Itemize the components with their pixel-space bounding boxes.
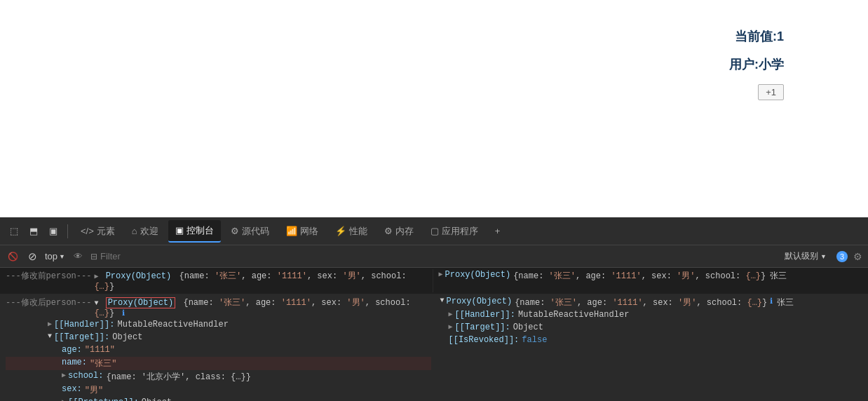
target-key-right: [[Target]]: xyxy=(455,322,510,334)
arrow-target-right[interactable]: ▶ xyxy=(449,322,453,334)
col-left-after: ---修改后person--- ▼ Proxy(Object) {name: '… xyxy=(0,294,435,401)
devtools-toolbar: ⬚ ⬒ ▣ </> 元素 ⌂ 欢迎 ▣ 控制台 ⚙ 源代码 📶 网络 ⚡ 性能 … xyxy=(0,217,868,245)
target-val-right: Object xyxy=(513,322,543,334)
proto-val-left: Object xyxy=(142,397,172,401)
console-after-two-col: ---修改后person--- ▼ Proxy(Object) {name: '… xyxy=(0,294,868,401)
tab-console[interactable]: ▣ 控制台 xyxy=(168,220,221,243)
isrevoked-val-right: false xyxy=(522,335,547,346)
after-person-header-right: ▼ Proxy(Object) {name: '张三', age: '1111'… xyxy=(440,296,866,309)
expanded-age-left: age: "1111" xyxy=(6,344,431,357)
obj-content-right2: {name: '张三', age: '1111', sex: '男', scho… xyxy=(515,297,767,308)
expanded-school-left: ▶ school: {name: '北京小学', class: {…}} xyxy=(6,370,431,383)
dropdown-arrow-icon: ▼ xyxy=(59,253,65,260)
proxy-box-left2: Proxy(Object) xyxy=(106,297,176,308)
sex-key-left: sex: xyxy=(62,384,82,396)
after-person-prefix: ---修改后person--- xyxy=(6,297,91,308)
console-icon: ▣ xyxy=(175,225,184,236)
name-key-left: name: xyxy=(62,358,87,369)
arrow-handler-left[interactable]: ▶ xyxy=(48,320,52,331)
handler-key-right: [[Handler]]: xyxy=(455,310,515,321)
tab-application[interactable]: ▢ 应用程序 xyxy=(423,220,485,243)
tab-sources[interactable]: ⚙ 源代码 xyxy=(224,220,276,243)
toolbar-separator xyxy=(67,224,68,238)
expanded-name-left: name: "张三" xyxy=(6,357,431,370)
after-person-header: ---修改后person--- ▼ Proxy(Object) {name: '… xyxy=(6,296,431,319)
plus-one-button[interactable]: +1 xyxy=(758,84,784,100)
console-settings-button[interactable]: ⚙ xyxy=(853,251,862,262)
info-icon-right2[interactable]: ℹ xyxy=(770,297,773,306)
expanded-isrevoked-right: [[IsRevoked]]: false xyxy=(440,334,866,347)
main-content: 当前值:1 用户:小学 +1 xyxy=(0,0,868,217)
before-person-right-row: ▶ Proxy(Object) {name: '张三', age: '1111'… xyxy=(439,269,863,283)
console-line-two-col: ---修改前person--- ▶ Proxy(Object) {name: '… xyxy=(6,269,862,292)
tab-welcome[interactable]: ⌂ 欢迎 xyxy=(125,220,165,243)
expand-arrow-right2[interactable]: ▼ xyxy=(440,297,445,304)
performance-icon: ⚡ xyxy=(335,226,346,236)
info-icon-left2[interactable]: ℹ xyxy=(122,309,125,318)
handler-val-right: MutableReactiveHandler xyxy=(518,310,629,321)
age-key-left: age: xyxy=(62,345,82,356)
person-name-right2: 张三 xyxy=(777,297,794,308)
expanded-handler-right: ▶ [[Handler]]: MutableReactiveHandler xyxy=(440,309,866,322)
eye-icon[interactable]: 👁 xyxy=(71,250,85,264)
level-dropdown-icon: ▼ xyxy=(820,253,827,260)
proxy-tag-left1: Proxy(Object) xyxy=(106,271,172,281)
device-icon[interactable]: ⬒ xyxy=(25,223,42,240)
sidebar-icon[interactable]: ▣ xyxy=(45,223,62,240)
school-val-left: {name: '北京小学', class: {…}} xyxy=(106,371,250,383)
tab-more[interactable]: + xyxy=(488,220,508,243)
before-person-prefix: ---修改前person--- xyxy=(6,270,91,282)
tab-memory[interactable]: ⚙ 内存 xyxy=(377,220,421,243)
arrow-handler-right[interactable]: ▶ xyxy=(449,310,453,321)
sex-val-left: "男" xyxy=(85,384,103,396)
tab-performance[interactable]: ⚡ 性能 xyxy=(328,220,374,243)
filter-funnel-icon: ⊟ xyxy=(90,252,97,261)
welcome-icon: ⌂ xyxy=(132,226,137,236)
arrow-target-left[interactable]: ▼ xyxy=(48,332,52,344)
arrow-school-left[interactable]: ▶ xyxy=(62,371,66,383)
memory-icon: ⚙ xyxy=(384,226,393,236)
col-right-before: ▶ Proxy(Object) {name: '张三', age: '1111'… xyxy=(433,269,863,292)
isrevoked-key-right: [[IsRevoked]]: xyxy=(449,335,520,346)
tab-elements[interactable]: </> 元素 xyxy=(74,220,122,243)
filter-bar: 🚫 ⊘ top ▼ 👁 ⊟ 默认级别 ▼ 3 ⚙ xyxy=(0,245,868,268)
person-name-right1: 张三 xyxy=(770,270,787,282)
expand-arrow-left2[interactable]: ▼ xyxy=(94,299,98,307)
school-key-left: school: xyxy=(68,371,103,383)
application-icon: ▢ xyxy=(430,226,439,236)
proto-key-left: [[Prototype]]: xyxy=(68,397,139,401)
sources-icon: ⚙ xyxy=(231,226,239,236)
col-left-before: ---修改前person--- ▶ Proxy(Object) {name: '… xyxy=(6,269,433,292)
expanded-proto-left: ▶ [[Prototype]]: Object xyxy=(6,397,431,401)
col-right-after: ▼ Proxy(Object) {name: '张三', age: '1111'… xyxy=(435,294,869,401)
expanded-target-left: ▼ [[Target]]: Object xyxy=(6,332,431,344)
elements-icon: </> xyxy=(81,226,94,236)
current-value-text: 当前值:1 xyxy=(735,28,784,45)
expanded-handler-left: ▶ [[Handler]]: MutableReactiveHandler xyxy=(6,319,431,332)
clear-console-button[interactable]: 🚫 xyxy=(6,250,20,264)
console-line-before-person: ---修改前person--- ▶ Proxy(Object) {name: '… xyxy=(0,268,868,294)
proxy-tag-right1: Proxy(Object) xyxy=(445,270,511,280)
filter-input-wrap: ⊟ xyxy=(90,251,775,261)
handler-val-left: MutableReactiveHandler xyxy=(117,320,228,331)
console-output: ---修改前person--- ▶ Proxy(Object) {name: '… xyxy=(0,268,868,401)
arrow-proto-left[interactable]: ▶ xyxy=(62,397,66,401)
tab-network[interactable]: 📶 网络 xyxy=(279,220,325,243)
network-icon: 📶 xyxy=(286,226,297,236)
log-level-selector[interactable]: 默认级别 ▼ xyxy=(780,249,831,264)
target-key-left: [[Target]]: xyxy=(54,332,109,344)
inspect-icon[interactable]: ⬚ xyxy=(6,223,22,240)
before-person-row: ---修改前person--- ▶ Proxy(Object) {name: '… xyxy=(6,269,430,292)
handler-key-left: [[Handler]]: xyxy=(54,320,114,331)
no-icon[interactable]: ⊘ xyxy=(25,250,39,264)
top-context-selector[interactable]: top ▼ xyxy=(45,251,65,261)
expand-arrow-left1[interactable]: ▶ xyxy=(94,273,98,280)
expanded-target-right: ▶ [[Target]]: Object xyxy=(440,322,866,334)
name-val-left: "张三" xyxy=(90,358,116,369)
filter-input[interactable] xyxy=(100,251,156,261)
message-count-badge: 3 xyxy=(836,251,848,262)
target-val-left: Object xyxy=(112,332,142,344)
expand-arrow-right1[interactable]: ▶ xyxy=(439,270,443,278)
expanded-sex-left: sex: "男" xyxy=(6,383,431,397)
user-label-text: 用户:小学 xyxy=(729,56,784,73)
